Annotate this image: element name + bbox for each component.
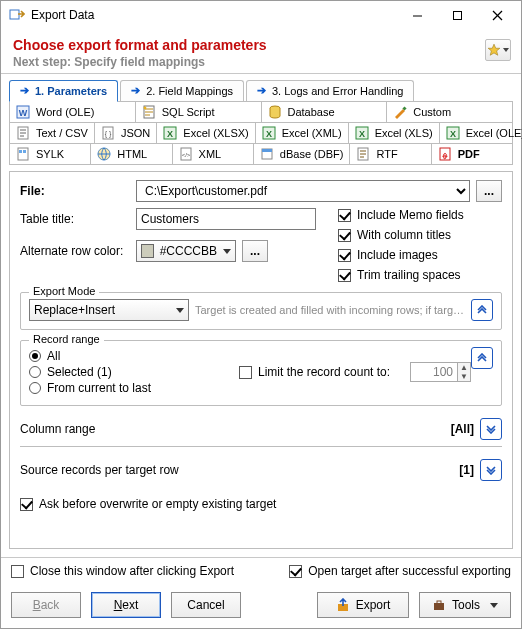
format-sql-script[interactable]: SQL Script <box>136 102 262 122</box>
radio-selected[interactable]: Selected (1) <box>29 365 209 379</box>
format-label: HTML <box>117 148 147 160</box>
json-icon: { } <box>101 126 115 140</box>
page-title: Choose export format and parameters <box>13 37 485 53</box>
svg-text:X: X <box>359 129 365 139</box>
svg-text:X: X <box>167 129 173 139</box>
table-title-label: Table title: <box>20 212 130 226</box>
record-range-legend: Record range <box>29 333 104 345</box>
maximize-button[interactable] <box>437 2 477 28</box>
limit-count-input[interactable]: 100 <box>410 362 458 382</box>
limit-count-checkbox[interactable]: Limit the record count to: <box>239 365 390 379</box>
opt-trim-spaces[interactable]: Trim trailing spaces <box>338 268 464 282</box>
ask-overwrite-checkbox[interactable]: Ask before overwrite or empty existing t… <box>20 497 502 511</box>
radio-from-current[interactable]: From current to last <box>29 381 209 395</box>
page-subtitle: Next step: Specify field mappings <box>13 55 485 69</box>
checkbox-icon <box>338 209 351 222</box>
file-path-input[interactable]: C:\Export\customer.pdf <box>136 180 470 202</box>
caret-down-icon: ▼ <box>458 372 470 381</box>
format-dbase[interactable]: dBase (DBF) <box>254 144 351 164</box>
collapse-record-range-button[interactable] <box>471 347 493 369</box>
format-label: Custom <box>413 106 451 118</box>
format-label: Excel (XML) <box>282 127 342 139</box>
export-mode-value: Replace+Insert <box>34 303 115 317</box>
alt-color-label: Alternate row color: <box>20 244 130 258</box>
export-mode-hint: Target is created and filled with incomi… <box>195 304 465 316</box>
chevron-down-icon <box>503 48 509 52</box>
format-json[interactable]: { }JSON <box>95 123 157 143</box>
format-label: PDF <box>458 148 480 160</box>
export-button[interactable]: Export <box>317 592 409 618</box>
source-rows-label: Source records per target row <box>20 463 179 477</box>
word-ole-icon: W <box>16 105 30 119</box>
format-label: SQL Script <box>162 106 215 118</box>
close-button[interactable] <box>477 2 517 28</box>
svg-text:X: X <box>266 129 272 139</box>
format-html[interactable]: HTML <box>91 144 172 164</box>
checkbox-icon <box>338 249 351 262</box>
html-icon <box>97 147 111 161</box>
format-text-csv[interactable]: Text / CSV <box>10 123 95 143</box>
excel-icon: X <box>262 126 276 140</box>
tab-logs-errors[interactable]: ➔3. Logs and Error Handling <box>246 80 414 101</box>
svg-rect-2 <box>453 11 461 19</box>
pdf-icon <box>438 147 452 161</box>
svg-text:W: W <box>19 108 28 118</box>
format-label: Text / CSV <box>36 127 88 139</box>
format-excel-xml[interactable]: XExcel (XML) <box>256 123 349 143</box>
checkbox-icon <box>338 229 351 242</box>
format-excel-ole[interactable]: XExcel (OLE) <box>440 123 522 143</box>
minimize-button[interactable] <box>397 2 437 28</box>
format-word-ole[interactable]: WWord (OLE) <box>10 102 136 122</box>
checkbox-icon <box>338 269 351 282</box>
file-label: File: <box>20 184 130 198</box>
svg-text:{ }: { } <box>105 130 112 138</box>
tab-label: 3. Logs and Error Handling <box>272 85 403 97</box>
checkbox-icon <box>239 366 252 379</box>
expand-source-rows-button[interactable] <box>480 459 502 481</box>
format-pdf[interactable]: PDF <box>432 144 512 164</box>
back-button[interactable]: Back <box>11 592 81 618</box>
svg-text:X: X <box>450 129 456 139</box>
radio-all[interactable]: All <box>29 349 209 363</box>
cancel-button[interactable]: Cancel <box>171 592 241 618</box>
button-label: Back <box>33 598 60 612</box>
radio-icon <box>29 382 41 394</box>
browse-file-button[interactable]: ... <box>476 180 502 202</box>
collapse-export-mode-button[interactable] <box>471 299 493 321</box>
format-label: SYLK <box>36 148 64 160</box>
format-custom[interactable]: Custom <box>387 102 512 122</box>
opt-include-images[interactable]: Include images <box>338 248 464 262</box>
table-title-input[interactable] <box>136 208 316 230</box>
alt-color-more-button[interactable]: ... <box>242 240 268 262</box>
tab-field-mappings[interactable]: ➔2. Field Mappings <box>120 80 244 101</box>
next-button[interactable]: Next <box>91 592 161 618</box>
format-rtf[interactable]: RTF <box>350 144 431 164</box>
button-label: Next <box>114 598 139 612</box>
sylk-icon <box>16 147 30 161</box>
limit-count-spinner[interactable]: ▲▼ <box>457 362 471 382</box>
format-xml[interactable]: </>XML <box>173 144 254 164</box>
arrow-icon: ➔ <box>131 84 140 97</box>
export-mode-select[interactable]: Replace+Insert <box>29 299 189 321</box>
format-label: XML <box>199 148 222 160</box>
svg-rect-0 <box>10 10 19 19</box>
open-target-checkbox[interactable]: Open target after successful exporting <box>289 564 511 578</box>
window-title: Export Data <box>31 8 397 22</box>
format-database[interactable]: Database <box>262 102 388 122</box>
opt-include-memo[interactable]: Include Memo fields <box>338 208 464 222</box>
tab-parameters[interactable]: ➔1. Parameters <box>9 80 118 102</box>
favorites-button[interactable] <box>485 39 511 61</box>
alt-color-picker[interactable]: #CCCCBB <box>136 240 236 262</box>
format-label: Excel (XLS) <box>375 127 433 139</box>
format-excel-xlsx[interactable]: XExcel (XLSX) <box>157 123 255 143</box>
tools-button[interactable]: Tools <box>419 592 511 618</box>
title-bar: Export Data <box>1 1 521 29</box>
radio-label: All <box>47 349 60 363</box>
expand-column-range-button[interactable] <box>480 418 502 440</box>
opt-with-titles[interactable]: With column titles <box>338 228 464 242</box>
radio-icon <box>29 366 41 378</box>
excel-icon: X <box>446 126 460 140</box>
format-excel-xls[interactable]: XExcel (XLS) <box>349 123 440 143</box>
close-after-export-checkbox[interactable]: Close this window after clicking Export <box>11 564 234 578</box>
format-sylk[interactable]: SYLK <box>10 144 91 164</box>
